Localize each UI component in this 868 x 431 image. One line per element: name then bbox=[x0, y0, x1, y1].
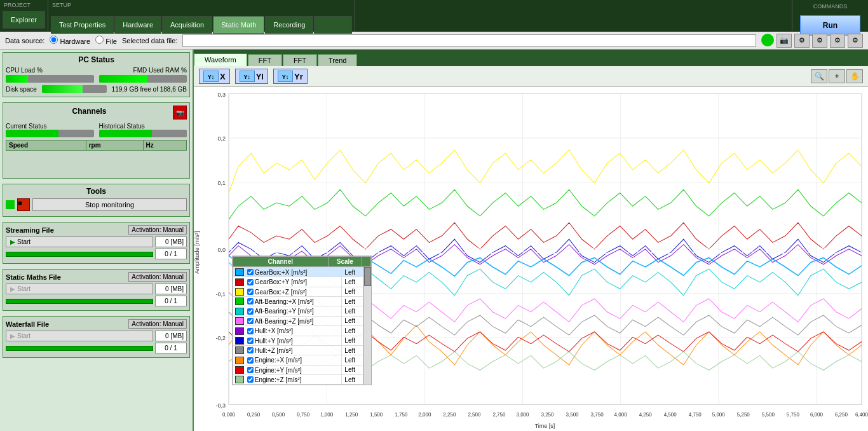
add-icon[interactable]: + bbox=[829, 69, 845, 83]
chart-wrapper: 0,3 0,2 0,1 0,0 -0,1 -0,2 -0,3 Amplitude… bbox=[194, 87, 868, 431]
tab-fft-2[interactable]: FFT bbox=[283, 54, 317, 66]
legend-channel-cell: Aft-Bearing:+Z [m/s²] bbox=[233, 316, 342, 325]
disk-value: 119,9 GB free of 188,6 GB bbox=[112, 86, 187, 93]
legend-color-swatch bbox=[235, 298, 244, 305]
tool-row: ■ Stop monitoring bbox=[6, 198, 187, 211]
legend-channel-name: Hull:+X [m/s²] bbox=[255, 327, 293, 334]
legend-checkbox[interactable] bbox=[247, 347, 254, 353]
legend-scrollbar[interactable] bbox=[363, 267, 371, 385]
streaming-start-row: ▶ Start 0 [MB] bbox=[6, 236, 187, 247]
static-maths-progress-bar bbox=[6, 299, 153, 304]
static-math-tab[interactable]: Static Math bbox=[213, 16, 264, 34]
svg-text:4,500: 4,500 bbox=[664, 412, 677, 418]
svg-text:0,0: 0,0 bbox=[218, 247, 226, 253]
legend-channel-name: Engine:+X [m/s²] bbox=[255, 357, 302, 364]
streaming-start-button[interactable]: ▶ Start bbox=[6, 236, 153, 247]
top-bar: PROJECT Explorer SETUP Test Properties H… bbox=[0, 0, 868, 32]
legend-checkbox[interactable] bbox=[247, 289, 254, 295]
svg-text:Time [s]: Time [s] bbox=[535, 423, 555, 429]
svg-text:0,000: 0,000 bbox=[222, 412, 235, 418]
svg-text:6,250: 6,250 bbox=[835, 412, 848, 418]
legend-checkbox[interactable] bbox=[247, 269, 254, 275]
legend-checkbox[interactable] bbox=[247, 376, 254, 383]
streaming-file-title: Streaming File bbox=[6, 226, 54, 234]
waterfall-ratio: 0 / 1 bbox=[155, 343, 187, 353]
waterfall-file-section: Waterfall File Activation: Manual ▶ Star… bbox=[3, 316, 190, 358]
col-speed: Speed bbox=[6, 140, 86, 151]
tab-waveform[interactable]: Waveform bbox=[194, 53, 247, 66]
legend-checkbox[interactable] bbox=[247, 298, 254, 304]
pc-status-section: PC Status CPU Load % FMD Used RAM % bbox=[3, 52, 190, 97]
svg-text:3,500: 3,500 bbox=[566, 412, 579, 418]
hardware-radio[interactable] bbox=[50, 36, 58, 44]
axis-x-button[interactable]: Y↕ X bbox=[199, 69, 230, 84]
legend-checkbox[interactable] bbox=[247, 318, 254, 324]
legend-checkbox[interactable] bbox=[247, 328, 254, 334]
legend-row: GearBox:+Y [m/s²]Left bbox=[233, 277, 363, 287]
hardware-radio-label[interactable]: Hardware bbox=[50, 36, 90, 45]
current-status-bar-container bbox=[6, 130, 94, 137]
settings-icon-2[interactable]: ⚙ bbox=[812, 34, 827, 48]
file-radio-label[interactable]: File bbox=[95, 36, 117, 45]
legend-checkbox[interactable] bbox=[247, 338, 254, 344]
legend-row: Aft-Bearing:+Y [m/s²]Left bbox=[233, 306, 363, 316]
run-button[interactable]: Run bbox=[800, 15, 860, 36]
legend-checkbox[interactable] bbox=[247, 357, 254, 364]
legend-scale-cell: Left bbox=[342, 297, 363, 306]
axis-yl-button[interactable]: Y↕ Yl bbox=[235, 69, 268, 84]
legend-checkbox[interactable] bbox=[247, 367, 254, 373]
waterfall-start-row: ▶ Start 0 [MB] bbox=[6, 331, 187, 341]
settings-icon-4[interactable]: ⚙ bbox=[848, 34, 863, 48]
channels-title: Channels bbox=[6, 107, 173, 116]
file-radio[interactable] bbox=[95, 36, 104, 44]
axis-yl-label: Yl bbox=[256, 72, 264, 81]
channels-camera-icon[interactable]: 📷 bbox=[173, 106, 187, 120]
cpu-progress-container bbox=[6, 75, 94, 83]
svg-text:0,1: 0,1 bbox=[218, 180, 226, 186]
status-green-indicator bbox=[761, 34, 774, 46]
waterfall-title: Waterfall File bbox=[6, 320, 49, 328]
zoom-icon[interactable]: 🔍 bbox=[811, 69, 827, 83]
tab-fft-1[interactable]: FFT bbox=[248, 54, 282, 66]
stop-monitoring-button[interactable]: Stop monitoring bbox=[32, 198, 187, 211]
legend-scrollbar-thumb[interactable] bbox=[364, 267, 371, 286]
blank-tab[interactable] bbox=[314, 16, 352, 34]
svg-text:5,250: 5,250 bbox=[737, 412, 750, 418]
legend-rows-container: GearBox:+X [m/s²]Left GearBox:+Y [m/s²]L… bbox=[233, 267, 363, 385]
streaming-activation: Activation: Manual bbox=[128, 225, 187, 235]
hardware-tab[interactable]: Hardware bbox=[114, 16, 161, 34]
recording-tab[interactable]: Recording bbox=[265, 16, 313, 34]
channel-table: Speed rpm Hz bbox=[6, 140, 187, 151]
settings-icon-3[interactable]: ⚙ bbox=[830, 34, 845, 48]
cursor-icon[interactable]: ✋ bbox=[846, 69, 863, 83]
legend-checkbox[interactable] bbox=[247, 308, 254, 315]
channel-table-scroll[interactable]: Speed rpm Hz bbox=[6, 137, 187, 175]
settings-icon-1[interactable]: ⚙ bbox=[794, 34, 810, 48]
legend-checkbox[interactable] bbox=[247, 279, 254, 285]
acquisition-tab[interactable]: Acquisition bbox=[162, 16, 212, 34]
selected-file-input[interactable] bbox=[182, 34, 756, 47]
disk-label: Disk space bbox=[6, 86, 37, 93]
camera-status-icon[interactable]: 📷 bbox=[776, 34, 792, 48]
streaming-file-header: Streaming File Activation: Manual bbox=[6, 225, 187, 235]
svg-text:0,2: 0,2 bbox=[218, 135, 226, 142]
legend-scroll-area[interactable]: GearBox:+X [m/s²]Left GearBox:+Y [m/s²]L… bbox=[233, 267, 371, 385]
tab-trend[interactable]: Trend bbox=[318, 54, 357, 66]
svg-text:5,000: 5,000 bbox=[712, 412, 725, 418]
axis-yr-button[interactable]: Y↕ Yr bbox=[273, 69, 308, 84]
static-maths-activation: Activation: Manual bbox=[128, 272, 187, 282]
waterfall-start-button[interactable]: ▶ Start bbox=[6, 331, 153, 341]
test-properties-tab[interactable]: Test Properties bbox=[51, 16, 114, 34]
streaming-file-section: Streaming File Activation: Manual ▶ Star… bbox=[3, 222, 190, 264]
static-maths-start-button[interactable]: ▶ Start bbox=[6, 284, 153, 294]
legend-color-swatch bbox=[235, 327, 244, 335]
explorer-tab[interactable]: Explorer bbox=[3, 11, 45, 29]
selected-file-label: Selected data file: bbox=[122, 37, 177, 44]
svg-text:Amplitude [m/s²]: Amplitude [m/s²] bbox=[194, 231, 200, 274]
disk-row: Disk space 119,9 GB free of 188,6 GB bbox=[6, 85, 187, 93]
legend-channel-header: Channel bbox=[233, 257, 329, 267]
svg-text:4,250: 4,250 bbox=[639, 412, 652, 418]
project-label: PROJECT bbox=[3, 1, 45, 9]
static-maths-play-icon: ▶ bbox=[10, 285, 15, 292]
right-panel: Waveform FFT FFT Trend Y↕ X Y↕ Yl Y↕ Yr … bbox=[194, 50, 868, 431]
